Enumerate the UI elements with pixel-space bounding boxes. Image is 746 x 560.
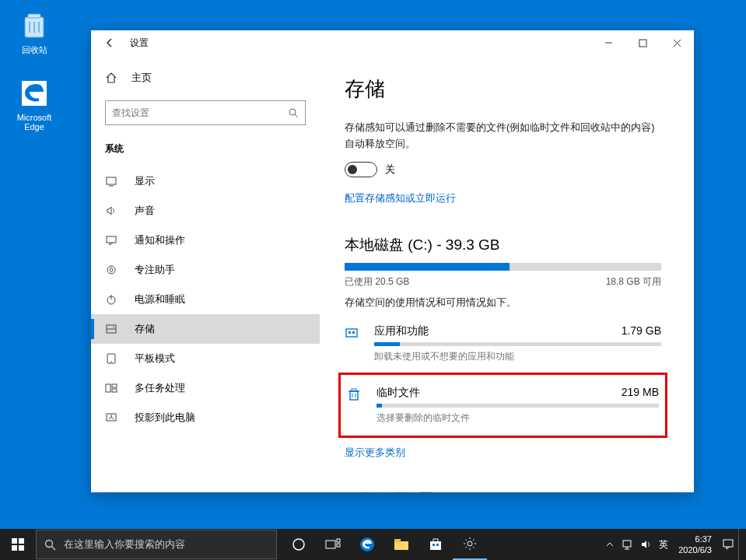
category-name: 应用和功能 [374, 324, 429, 338]
configure-storage-sense-link[interactable]: 配置存储感知或立即运行 [345, 191, 456, 205]
svg-rect-47 [623, 541, 631, 547]
display-icon [105, 175, 119, 187]
edge-icon [17, 76, 51, 110]
svg-rect-39 [337, 544, 340, 547]
cortana-icon[interactable] [282, 529, 316, 560]
sidebar-item-multitask[interactable]: 多任务处理 [91, 373, 320, 403]
tray-chevron-icon[interactable] [606, 541, 614, 548]
svg-rect-30 [12, 538, 17, 544]
svg-rect-20 [112, 389, 117, 392]
search-input[interactable] [112, 107, 288, 118]
svg-rect-25 [350, 391, 358, 400]
svg-rect-38 [337, 539, 340, 542]
close-button[interactable] [660, 30, 694, 55]
storage-category-trash[interactable]: 临时文件219 MB选择要删除的临时文件 [338, 373, 667, 438]
taskbar-search-placeholder: 在这里输入你要搜索的内容 [64, 537, 185, 551]
sidebar-item-project[interactable]: 投影到此电脑 [91, 403, 320, 432]
taskbar-app-edge[interactable] [350, 529, 384, 560]
sidebar-item-display[interactable]: 显示 [91, 166, 320, 196]
sidebar-item-label: 声音 [135, 204, 155, 218]
taskbar-app-settings[interactable] [453, 529, 487, 560]
storage-sense-description: 存储感知可以通过删除不需要的文件(例如临时文件和回收站中的内容)自动释放空间。 [345, 120, 661, 152]
sidebar-item-label: 专注助手 [135, 263, 175, 277]
taskbar-app-explorer[interactable] [384, 529, 419, 560]
tray-network-icon[interactable] [622, 539, 632, 550]
svg-rect-33 [19, 545, 24, 551]
sidebar-item-power[interactable]: 电源和睡眠 [91, 285, 320, 314]
action-center-icon[interactable] [722, 538, 734, 551]
usage-description: 存储空间的使用情况和可用情况如下。 [345, 295, 661, 311]
sidebar: 主页 系统 显示声音通知和操作专注助手电源和睡眠存储平板模式多任务处理投影到此电… [91, 55, 320, 492]
sidebar-item-label: 多任务处理 [135, 381, 185, 395]
svg-point-40 [360, 537, 374, 551]
storage-sense-toggle[interactable] [345, 162, 377, 177]
svg-point-46 [468, 541, 472, 546]
taskbar-app-store[interactable] [419, 529, 453, 560]
svg-rect-32 [12, 545, 17, 551]
sidebar-category: 系统 [91, 139, 320, 166]
storage-icon [105, 323, 119, 335]
show-desktop-button[interactable] [738, 529, 743, 560]
desktop-icon-label: Microsoft Edge [6, 113, 62, 131]
home-nav[interactable]: 主页 [91, 65, 320, 91]
category-bar [377, 404, 659, 408]
sidebar-item-label: 平板模式 [135, 352, 175, 366]
svg-rect-41 [394, 541, 408, 550]
sidebar-item-focus[interactable]: 专注助手 [91, 255, 320, 285]
sound-icon [105, 205, 119, 217]
recycle-bin-icon [17, 8, 51, 42]
desktop-icon-recycle-bin[interactable]: 回收站 [6, 8, 62, 56]
start-button[interactable] [0, 529, 36, 560]
sidebar-item-notify[interactable]: 通知和操作 [91, 226, 320, 255]
svg-point-34 [46, 540, 53, 547]
page-title: 存储 [345, 75, 661, 103]
disk-used-label: 已使用 20.5 GB [345, 275, 409, 289]
show-more-categories-link[interactable]: 显示更多类别 [345, 446, 405, 460]
svg-rect-19 [112, 384, 117, 387]
disk-free-label: 18.8 GB 可用 [606, 275, 661, 289]
svg-rect-1 [28, 14, 40, 18]
sidebar-item-sound[interactable]: 声音 [91, 196, 320, 226]
sidebar-item-label: 电源和睡眠 [135, 292, 185, 306]
storage-category-apps[interactable]: 应用和功能1.79 GB卸载未使用或不想要的应用和功能 [345, 318, 661, 369]
home-label: 主页 [131, 71, 152, 85]
svg-line-6 [295, 114, 298, 117]
search-box[interactable] [105, 100, 306, 125]
trash-icon [347, 386, 369, 401]
taskbar-search[interactable]: 在这里输入你要搜索的内容 [36, 530, 277, 559]
window-title: 设置 [125, 37, 149, 50]
svg-rect-31 [19, 538, 24, 544]
clock-time: 6:37 [678, 534, 712, 544]
svg-rect-44 [433, 544, 435, 546]
category-size: 1.79 GB [622, 324, 661, 338]
svg-rect-45 [436, 544, 439, 546]
sidebar-item-tablet[interactable]: 平板模式 [91, 344, 320, 373]
svg-rect-29 [352, 389, 356, 391]
maximize-button[interactable] [625, 30, 660, 55]
toggle-state-label: 关 [385, 163, 395, 177]
svg-point-17 [110, 361, 112, 362]
svg-line-35 [52, 546, 56, 550]
titlebar: 设置 [91, 30, 694, 55]
home-icon [105, 72, 119, 84]
svg-rect-23 [348, 331, 351, 334]
desktop-icon-edge[interactable]: Microsoft Edge [6, 76, 62, 131]
category-subtitle: 卸载未使用或不想要的应用和功能 [374, 350, 661, 363]
svg-point-5 [289, 109, 296, 115]
tray-clock[interactable]: 6:37 2020/6/3 [678, 534, 712, 556]
search-icon [288, 107, 299, 118]
desktop-icon-label: 回收站 [6, 44, 62, 56]
back-button[interactable] [94, 30, 125, 55]
svg-rect-9 [107, 236, 116, 243]
minimize-button[interactable] [591, 30, 625, 55]
tray-volume-icon[interactable] [640, 539, 651, 550]
svg-point-15 [113, 327, 114, 328]
tray-ime-label[interactable]: 英 [659, 538, 668, 551]
task-view-icon[interactable] [316, 529, 350, 560]
sidebar-item-storage[interactable]: 存储 [91, 314, 320, 344]
more-storage-settings-heading: 更多存储设置 [345, 489, 661, 492]
disk-usage-bar [345, 263, 661, 271]
clock-date: 2020/6/3 [678, 544, 712, 555]
svg-rect-24 [352, 331, 355, 334]
settings-window: 设置 主页 系统 显示声音通知和操作专注助手电源和睡眠存储平板模式多任务处理投影… [91, 30, 694, 492]
